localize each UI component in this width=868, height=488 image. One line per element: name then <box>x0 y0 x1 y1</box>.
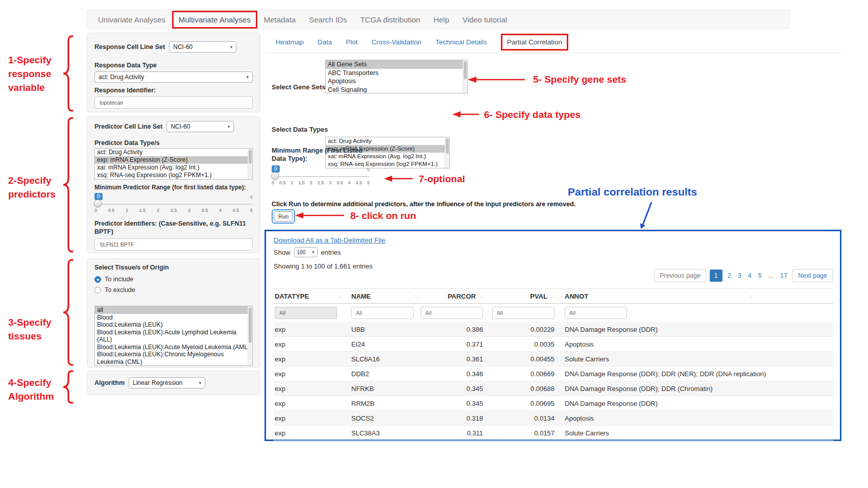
filter-parcor-input[interactable] <box>421 307 483 319</box>
list-option-selected[interactable]: all <box>95 306 252 314</box>
scrollbar-thumb[interactable] <box>249 150 252 164</box>
scrollbar-thumb[interactable] <box>446 138 449 154</box>
cell-parcor: 0.345 <box>427 385 483 393</box>
list-option[interactable]: Cell Signaling <box>326 86 467 94</box>
sort-icon[interactable]: ↑↓ <box>748 294 752 299</box>
header-parcor[interactable]: PARCOR↑↓ <box>427 292 483 300</box>
predictor-cell-line-set-label: Predictor Cell Line Set <box>94 123 162 130</box>
list-option-selected[interactable]: All Gene Sets <box>326 60 467 69</box>
radio-unchecked-icon <box>94 287 101 294</box>
slider-track[interactable] <box>272 176 370 177</box>
list-option[interactable]: Blood:Leukemia (LEUK):Acute Myeloid Leuk… <box>95 344 252 351</box>
list-option[interactable]: ABC Transporters <box>326 69 467 78</box>
cell-parcor: 0.386 <box>427 326 483 333</box>
response-identifier-input[interactable]: topotecan <box>94 96 253 109</box>
header-name[interactable]: NAME↑↓ <box>350 292 427 300</box>
tab-plot[interactable]: Plot <box>346 38 357 46</box>
page-3-button[interactable]: 3 <box>736 270 743 282</box>
page-1-button[interactable]: 1 <box>710 270 722 282</box>
slider-track[interactable] <box>94 204 253 205</box>
scrollbar <box>248 306 252 365</box>
previous-page-button[interactable]: Previous page <box>654 269 706 282</box>
show-entries-select[interactable]: 100 ▾ <box>294 247 318 257</box>
list-option-selected[interactable]: exp: mRNA Expression (Z-Score) <box>95 156 252 164</box>
tab-partial-correlation[interactable]: Partial Correlation <box>501 34 568 51</box>
slider-ticks: 00.511.522.533.544.55 <box>94 208 253 213</box>
nav-help[interactable]: Help <box>427 15 456 24</box>
sort-icon[interactable]: ↑↓ <box>479 294 483 299</box>
next-page-button[interactable]: Next page <box>792 269 833 282</box>
table-row: exp DDB2 0.346 0.00669 DNA Damage Respon… <box>274 367 834 381</box>
cell-name: SOCS2 <box>350 414 427 422</box>
response-cell-line-set-select[interactable]: NCI-60 ▾ <box>169 41 236 53</box>
nav-metadata[interactable]: Metadata <box>257 15 303 24</box>
tab-data[interactable]: Data <box>318 38 332 46</box>
tab-technical-details[interactable]: Technical Details <box>436 38 487 46</box>
list-option[interactable]: Blood:Leukemia (LEUK) <box>95 321 252 329</box>
page-17-button[interactable]: 17 <box>779 270 789 282</box>
slider-value-badge: 0 <box>94 193 103 200</box>
annotation-step7: 7-optional <box>419 172 465 186</box>
header-pval[interactable]: PVAL↑↓ <box>483 292 554 300</box>
slider-handle[interactable] <box>94 200 102 207</box>
cell-datatype: exp <box>274 385 350 393</box>
sort-icon[interactable]: ↑↓ <box>337 294 341 299</box>
scrollbar-thumb[interactable] <box>249 307 252 343</box>
nav-univariate-analyses[interactable]: Univariate Analyses <box>91 15 172 24</box>
select-gene-sets-label: Select Gene Sets <box>272 83 326 91</box>
tissue-include-radio[interactable]: To include <box>94 276 253 283</box>
cell-annot: Solute Carriers <box>554 355 834 363</box>
header-datatype[interactable]: DATATYPE↑↓ <box>274 292 350 300</box>
sort-icon[interactable]: ↑↓ <box>414 294 418 299</box>
brace-response <box>61 35 75 112</box>
response-data-type-label: Response Data Type <box>94 62 253 69</box>
show-entries-row: Show 100 ▾ entries <box>274 247 341 257</box>
tab-cross-validation[interactable]: Cross-Validation <box>372 38 422 46</box>
table-row: exp RRM2B 0.345 0.00695 DNA Damage Respo… <box>274 396 834 411</box>
page-5-button[interactable]: 5 <box>757 270 763 282</box>
cell-pval: 0.00455 <box>483 355 554 363</box>
nav-multivariate-analyses[interactable]: Multivariate Analyses <box>172 11 257 29</box>
tab-heatmap[interactable]: Heatmap <box>276 38 304 46</box>
header-annot[interactable]: ANNOT↑↓ <box>554 292 834 300</box>
slider-ticks: 00.511.522.533.544.55 <box>272 180 370 185</box>
cell-datatype: exp <box>274 355 350 363</box>
filter-pval-input[interactable] <box>492 307 554 319</box>
predictor-cell-line-set-select[interactable]: NCI-60 ▾ <box>166 121 234 132</box>
nav-search-ids[interactable]: Search IDs <box>302 15 353 24</box>
cell-datatype: exp <box>274 326 350 333</box>
annotation-step2: 2-Specify predictors <box>8 174 56 201</box>
cell-pval: 0.0134 <box>483 414 554 422</box>
slider-handle[interactable] <box>271 172 279 180</box>
page-4-button[interactable]: 4 <box>746 270 753 282</box>
list-option[interactable]: xsq: RNA-seq Expression (log2 FPKM+1.) <box>95 172 252 179</box>
filter-annot-input[interactable] <box>565 307 627 319</box>
response-data-type-select[interactable]: act: Drug Activity ▾ <box>94 71 253 83</box>
brace-algorithm <box>61 370 75 404</box>
cell-parcor: 0.346 <box>427 370 483 378</box>
tissue-exclude-radio[interactable]: To exclude <box>94 286 253 294</box>
run-button[interactable]: Run <box>274 211 293 222</box>
filter-datatype-input[interactable] <box>275 307 337 319</box>
predictor-identifiers-input[interactable]: SLFN11 BPTF <box>94 238 253 251</box>
download-link[interactable]: Download All as a Tab-Delimited File <box>274 236 385 244</box>
nav-tcga-distribution[interactable]: TCGA distribution <box>353 15 427 24</box>
list-option[interactable]: act: Drug Activity <box>326 137 449 145</box>
cell-parcor: 0.361 <box>427 355 483 363</box>
list-option[interactable]: Blood:Leukemia (LEUK):Chronic Myelogenou… <box>95 351 252 365</box>
list-option[interactable]: Apoptosis <box>326 77 467 86</box>
sort-icon[interactable]: ↑↓ <box>550 294 554 299</box>
cell-name: DDB2 <box>350 370 427 378</box>
table-header-row: DATATYPE↑↓ NAME↑↓ PARCOR↑↓ PVAL↑↓ ANNOT↑… <box>274 288 834 304</box>
tissue-include-label: To include <box>105 276 133 283</box>
filter-name-input[interactable] <box>351 307 414 319</box>
nav-video-tutorial[interactable]: Video tutorial <box>456 15 514 24</box>
list-option[interactable]: xai: mRNA Expression (Avg. log2 Int.) <box>95 164 252 172</box>
list-option[interactable]: Blood:Leukemia (LEUK):Acute Lymphoid Leu… <box>95 329 252 344</box>
predictor-data-types-listbox: act: Drug Activity exp: mRNA Expression … <box>94 148 253 180</box>
algorithm-select[interactable]: Linear Regression ▾ <box>129 377 205 388</box>
list-option[interactable]: Blood <box>95 314 252 322</box>
brace-predictors <box>61 116 75 253</box>
page-2-button[interactable]: 2 <box>726 270 733 282</box>
list-option[interactable]: act: Drug Activity <box>95 149 252 156</box>
